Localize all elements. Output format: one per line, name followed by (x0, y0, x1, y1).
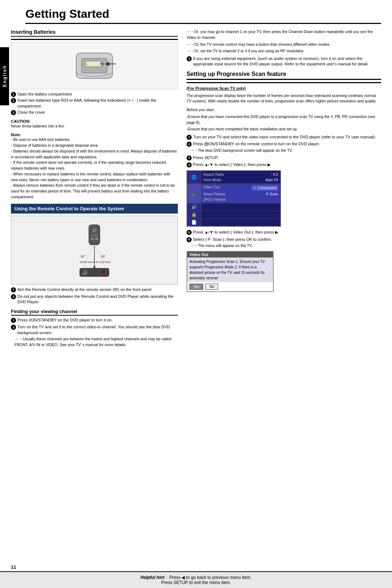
helpful-hint-text-1: Press ◀ to go back to previous menu item… (169, 575, 251, 580)
note-item-4: - If the remote control does not operate… (11, 160, 178, 171)
menu-icon-rating: 🔒 (187, 211, 201, 218)
prereq-1: -Ensure that you have connected this DVD… (187, 114, 381, 126)
menu-icon-misc: 📄 (187, 219, 201, 226)
finding-step-3-text: If you are using external equipment, (su… (193, 56, 381, 67)
battery-step-1: 1 Open the battery compartment. (11, 92, 178, 97)
svg-text:DVD: DVD (82, 273, 87, 275)
remote-steps-list: 1 Aim the Remote Control directly at the… (11, 287, 178, 305)
note-item-3: - Batteries should always be disposed of… (11, 149, 178, 160)
menu-content-video: Video Out ✓ Component Smart Picture P-Sc… (201, 184, 280, 203)
progressive-scan-heading: Setting up Progressive Scan feature (187, 71, 381, 80)
video-out-dialog-title: Video Out (187, 252, 273, 257)
finding-step-3-block: 3 If you are using external equipment, (… (187, 56, 381, 67)
note-block: Note: - Be sure to use AAA size batterie… (11, 133, 178, 200)
prog-step-5: 5 Press ▲/▼ to select { Video Out }, the… (187, 230, 381, 235)
battery-diagram-svg: + - (54, 46, 134, 86)
svg-text:Within about 6m (19 feet): Within about 6m (19 feet) (80, 260, 111, 264)
menu-content-misc (201, 219, 280, 226)
page-number: 11 (11, 564, 16, 570)
helpful-hint-text-2: Press SETUP to exit the menu item. (161, 580, 231, 585)
progressive-description: The progressive scan display twice the n… (187, 93, 381, 105)
prog-arrow-menu: →The menu will appear on the TV. (190, 243, 381, 249)
menu-content-audio (201, 203, 280, 211)
video-out-yes-btn[interactable]: Yes (189, 284, 203, 290)
finding-channel-continued: →Or, you may go to channel 1 on your TV,… (187, 29, 381, 67)
caution-text: Never throw batteries into a fire. (11, 124, 65, 128)
menu-icon-audio: 🔊 (187, 203, 201, 211)
remote-control-section: Using the Remote Control to Operate the … (11, 204, 178, 305)
finding-channel-heading: Finding your viewing channel (11, 309, 178, 316)
remote-diagram-svg: DVD 30° 30° (58, 221, 131, 279)
progressive-scan-section: Setting up Progressive Scan feature (For… (187, 71, 381, 292)
finding-step-2: 2 Turn on the TV and set it to the corre… (11, 324, 178, 336)
note-item-5: - When necessary to replace batteries in… (11, 171, 178, 183)
remote-step-1: 1 Aim the Remote Control directly at the… (11, 287, 178, 292)
finding-arrow-2: →Or, you may go to channel 1 on your TV,… (187, 29, 381, 41)
prog-step-1: 1 Turn on your TV and select the video i… (187, 134, 381, 140)
menu-row-language: 🌐 Aspect Ratio : 4:3 View Mode Auto Fit (187, 171, 280, 184)
note-item-1: - Be sure to use AAA size batteries. (11, 137, 178, 143)
menu-icon-video: 📺 (187, 184, 201, 203)
prog-arrow-1: →The blue DVD background screen will app… (190, 148, 381, 154)
note-items: - Be sure to use AAA size batteries. - D… (11, 137, 178, 200)
svg-point-8 (102, 270, 105, 273)
inserting-batteries-section: Inserting Batteries + - (11, 29, 178, 200)
finding-arrow-1: →Usually these channels are between the … (15, 336, 178, 348)
finding-channel-section: Finding your viewing channel 1 Press I/O… (11, 309, 178, 348)
menu-icon-language: 🌐 (187, 171, 201, 183)
language-label: English (2, 65, 7, 88)
svg-rect-13 (91, 238, 94, 240)
helpful-hint-text: : (166, 575, 168, 580)
finding-arrow-3: →Or, the TV remote control may have a bu… (187, 42, 381, 48)
page-title: Getting Started (25, 7, 381, 24)
note-item-6: - Always remove batteries from remote co… (11, 183, 178, 200)
battery-image: + - (11, 42, 178, 89)
menu-content-language: Aspect Ratio : 4:3 View Mode Auto Fit (201, 171, 280, 183)
prog-step-4: 4 Press ▲/▼ to select { Video }, then pr… (187, 162, 381, 167)
note-item-2: - Dispose of batteries in a designated d… (11, 143, 178, 149)
prereq-2: -Ensure that you have completed the basi… (187, 126, 381, 132)
left-column: Inserting Batteries + - (11, 29, 178, 348)
for-progressive-label: (For Progressive Scan TV only) (187, 85, 381, 92)
menu-row-video: 📺 Video Out ✓ Component Smart Picture P-… (187, 184, 280, 203)
svg-text:30°: 30° (81, 255, 86, 258)
prog-step-6: 6 Select { P- Scan }, then press OK to c… (187, 237, 381, 242)
finding-channel-steps: 1 Press I/ON/STANDBY on the DVD player t… (11, 317, 178, 336)
before-start: Before you start... (187, 107, 381, 113)
finding-arrow-4: →Or, set the TV to channel 3 or 4 if you… (187, 48, 381, 54)
remote-control-heading: Using the Remote Control to Operate the … (11, 204, 178, 214)
battery-step-3: 3 Close the cover. (11, 110, 178, 115)
video-out-dialog-body: Activating Progressive Scan 1. Ensure yo… (187, 257, 273, 282)
language-tab: English (0, 47, 9, 105)
svg-rect-12 (91, 234, 98, 237)
svg-rect-14 (95, 238, 98, 240)
finding-step-1: 1 Press I/ON/STANDBY on the DVD player t… (11, 317, 178, 323)
prog-step-3: 3 Press SETUP. (187, 155, 381, 161)
caution-label: CAUTION: (11, 119, 30, 123)
remote-step-2: 2 Do not put any objects between the Rem… (11, 294, 178, 305)
svg-text:30°: 30° (101, 255, 106, 258)
svg-rect-3 (102, 62, 104, 65)
prog-step-3-block: 3 Press SETUP. 4 Press ▲/▼ to select { V… (187, 155, 381, 168)
video-out-dialog-buttons: Yes No (187, 282, 273, 291)
battery-steps-list: 1 Open the battery compartment. 2 Insert… (11, 92, 178, 115)
progressive-steps-list: 1 Turn on your TV and select the video i… (187, 134, 381, 147)
remote-diagram-image: DVD 30° 30° (11, 216, 178, 285)
prog-step-2: 2 Press ⏻ON/STANDBY on the remote contro… (187, 141, 381, 147)
svg-text:+: + (100, 62, 102, 66)
helpful-hint-label: Helpful hint (140, 575, 164, 580)
prog-steps-5-6: 5 Press ▲/▼ to select { Video Out }, the… (187, 230, 381, 242)
svg-point-11 (92, 228, 97, 232)
video-out-no-btn[interactable]: No (205, 284, 218, 290)
battery-step-2: 2 Insert two batteries type R03 or AAA, … (11, 98, 178, 109)
menu-row-misc: 📄 (187, 219, 280, 226)
menu-content-rating (201, 211, 280, 218)
menu-screenshot: 🌐 Aspect Ratio : 4:3 View Mode Auto Fit (187, 170, 281, 227)
inserting-batteries-heading: Inserting Batteries (11, 29, 178, 37)
caution-block: CAUTION: Never throw batteries into a fi… (11, 119, 178, 129)
note-label: Note: (11, 133, 21, 137)
svg-text:-: - (87, 62, 88, 66)
finding-step-3: 3 If you are using external equipment, (… (187, 56, 381, 67)
menu-row-audio: 🔊 (187, 203, 280, 211)
video-out-dialog: Video Out Activating Progressive Scan 1.… (187, 251, 274, 292)
